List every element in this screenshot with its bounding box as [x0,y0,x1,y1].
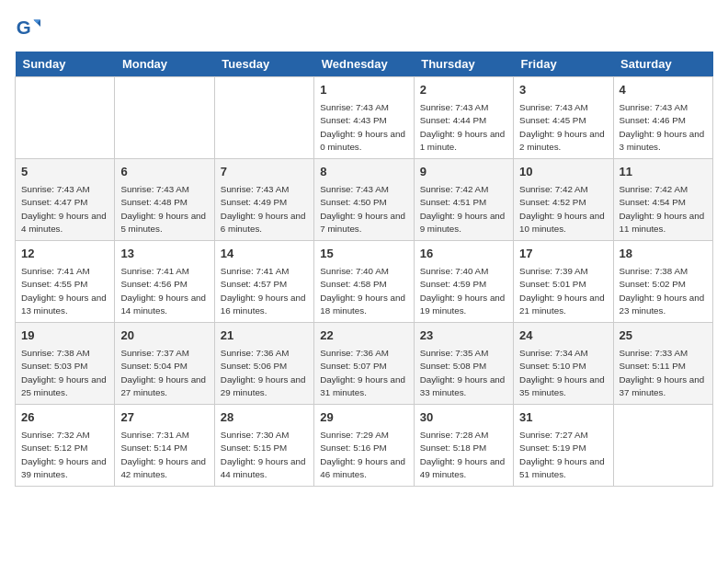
day-info: Sunrise: 7:38 AM Sunset: 5:03 PM Dayligh… [21,347,108,399]
calendar-cell: 7Sunrise: 7:43 AM Sunset: 4:49 PM Daylig… [214,159,313,241]
day-info: Sunrise: 7:34 AM Sunset: 5:10 PM Dayligh… [519,347,607,399]
day-number: 13 [120,246,208,262]
weekday-header-wednesday: Wednesday [314,52,414,77]
day-number: 18 [620,246,707,262]
day-number: 30 [420,409,507,426]
calendar-cell: 14Sunrise: 7:41 AM Sunset: 4:57 PM Dayli… [214,241,313,323]
calendar-cell: 23Sunrise: 7:35 AM Sunset: 5:08 PM Dayli… [414,323,513,405]
day-info: Sunrise: 7:43 AM Sunset: 4:44 PM Dayligh… [420,101,507,154]
day-number: 4 [620,82,707,98]
calendar-cell: 26Sunrise: 7:32 AM Sunset: 5:12 PM Dayli… [16,405,115,487]
calendar-cell: 25Sunrise: 7:33 AM Sunset: 5:11 PM Dayli… [613,323,712,405]
day-number: 9 [420,164,507,180]
day-number: 15 [320,246,407,262]
logo: G [15,15,42,40]
day-info: Sunrise: 7:40 AM Sunset: 4:58 PM Dayligh… [320,265,407,317]
day-number: 11 [620,164,707,180]
calendar-cell: 3Sunrise: 7:43 AM Sunset: 4:45 PM Daylig… [514,77,613,159]
week-row-4: 19Sunrise: 7:38 AM Sunset: 5:03 PM Dayli… [16,323,713,405]
calendar-cell: 13Sunrise: 7:41 AM Sunset: 4:56 PM Dayli… [115,241,214,323]
page-header: G [15,15,713,40]
day-number: 6 [120,164,208,180]
day-info: Sunrise: 7:43 AM Sunset: 4:48 PM Dayligh… [120,183,208,236]
day-info: Sunrise: 7:43 AM Sunset: 4:50 PM Dayligh… [320,183,407,236]
day-info: Sunrise: 7:42 AM Sunset: 4:54 PM Dayligh… [620,183,707,236]
calendar-cell: 16Sunrise: 7:40 AM Sunset: 4:59 PM Dayli… [414,241,513,323]
weekday-header-tuesday: Tuesday [214,52,313,77]
calendar-cell: 29Sunrise: 7:29 AM Sunset: 5:16 PM Dayli… [314,405,414,487]
svg-text:G: G [17,17,31,38]
week-row-3: 12Sunrise: 7:41 AM Sunset: 4:55 PM Dayli… [16,241,713,323]
day-number: 19 [21,327,108,344]
calendar-cell: 6Sunrise: 7:43 AM Sunset: 4:48 PM Daylig… [115,159,214,241]
calendar-cell: 18Sunrise: 7:38 AM Sunset: 5:02 PM Dayli… [613,241,712,323]
day-info: Sunrise: 7:35 AM Sunset: 5:08 PM Dayligh… [420,347,507,399]
day-number: 27 [120,409,208,426]
week-row-2: 5Sunrise: 7:43 AM Sunset: 4:47 PM Daylig… [16,159,713,241]
logo-icon: G [15,15,40,40]
weekday-header-monday: Monday [115,52,214,77]
calendar-cell: 17Sunrise: 7:39 AM Sunset: 5:01 PM Dayli… [514,241,613,323]
day-info: Sunrise: 7:42 AM Sunset: 4:52 PM Dayligh… [519,183,607,236]
day-number: 7 [221,164,308,180]
calendar-cell: 8Sunrise: 7:43 AM Sunset: 4:50 PM Daylig… [314,159,414,241]
calendar-cell: 12Sunrise: 7:41 AM Sunset: 4:55 PM Dayli… [16,241,115,323]
day-number: 31 [519,409,607,426]
day-info: Sunrise: 7:30 AM Sunset: 5:15 PM Dayligh… [221,429,308,481]
weekday-header-saturday: Saturday [613,52,712,77]
calendar-cell [214,77,313,159]
calendar-cell: 19Sunrise: 7:38 AM Sunset: 5:03 PM Dayli… [16,323,115,405]
day-info: Sunrise: 7:41 AM Sunset: 4:55 PM Dayligh… [21,265,108,317]
day-info: Sunrise: 7:43 AM Sunset: 4:43 PM Dayligh… [320,101,407,154]
calendar-cell: 15Sunrise: 7:40 AM Sunset: 4:58 PM Dayli… [314,241,414,323]
calendar-cell [16,77,115,159]
calendar-cell: 11Sunrise: 7:42 AM Sunset: 4:54 PM Dayli… [613,159,712,241]
day-number: 8 [320,164,407,180]
weekday-header-friday: Friday [514,52,613,77]
day-info: Sunrise: 7:42 AM Sunset: 4:51 PM Dayligh… [420,183,507,236]
calendar-cell: 21Sunrise: 7:36 AM Sunset: 5:06 PM Dayli… [214,323,313,405]
weekday-header-row: SundayMondayTuesdayWednesdayThursdayFrid… [16,52,713,77]
day-info: Sunrise: 7:43 AM Sunset: 4:47 PM Dayligh… [21,183,108,236]
calendar-cell: 24Sunrise: 7:34 AM Sunset: 5:10 PM Dayli… [514,323,613,405]
day-info: Sunrise: 7:43 AM Sunset: 4:45 PM Dayligh… [519,101,607,154]
day-number: 10 [519,164,607,180]
day-info: Sunrise: 7:29 AM Sunset: 5:16 PM Dayligh… [320,429,407,481]
calendar-cell: 9Sunrise: 7:42 AM Sunset: 4:51 PM Daylig… [414,159,513,241]
calendar-cell: 5Sunrise: 7:43 AM Sunset: 4:47 PM Daylig… [16,159,115,241]
day-number: 2 [420,82,507,98]
day-number: 28 [221,409,308,426]
calendar-cell: 27Sunrise: 7:31 AM Sunset: 5:14 PM Dayli… [115,405,214,487]
day-info: Sunrise: 7:36 AM Sunset: 5:07 PM Dayligh… [320,347,407,399]
day-number: 3 [519,82,607,98]
day-info: Sunrise: 7:38 AM Sunset: 5:02 PM Dayligh… [620,265,707,317]
calendar-cell: 22Sunrise: 7:36 AM Sunset: 5:07 PM Dayli… [314,323,414,405]
day-info: Sunrise: 7:33 AM Sunset: 5:11 PM Dayligh… [620,347,707,399]
day-number: 14 [221,246,308,262]
day-info: Sunrise: 7:37 AM Sunset: 5:04 PM Dayligh… [120,347,208,399]
day-number: 25 [620,327,707,344]
day-info: Sunrise: 7:27 AM Sunset: 5:19 PM Dayligh… [519,429,607,481]
day-info: Sunrise: 7:31 AM Sunset: 5:14 PM Dayligh… [120,429,208,481]
day-number: 20 [120,327,208,344]
calendar-cell: 1Sunrise: 7:43 AM Sunset: 4:43 PM Daylig… [314,77,414,159]
day-number: 12 [21,246,108,262]
day-number: 17 [519,246,607,262]
day-number: 16 [420,246,507,262]
day-number: 23 [420,327,507,344]
day-info: Sunrise: 7:41 AM Sunset: 4:56 PM Dayligh… [120,265,208,317]
day-info: Sunrise: 7:40 AM Sunset: 4:59 PM Dayligh… [420,265,507,317]
day-number: 21 [221,327,308,344]
day-number: 24 [519,327,607,344]
calendar-cell: 10Sunrise: 7:42 AM Sunset: 4:52 PM Dayli… [514,159,613,241]
calendar-cell: 30Sunrise: 7:28 AM Sunset: 5:18 PM Dayli… [414,405,513,487]
day-number: 29 [320,409,407,426]
day-info: Sunrise: 7:41 AM Sunset: 4:57 PM Dayligh… [221,265,308,317]
week-row-5: 26Sunrise: 7:32 AM Sunset: 5:12 PM Dayli… [16,405,713,487]
day-info: Sunrise: 7:28 AM Sunset: 5:18 PM Dayligh… [420,429,507,481]
day-info: Sunrise: 7:43 AM Sunset: 4:46 PM Dayligh… [620,101,707,154]
day-info: Sunrise: 7:36 AM Sunset: 5:06 PM Dayligh… [221,347,308,399]
day-info: Sunrise: 7:39 AM Sunset: 5:01 PM Dayligh… [519,265,607,317]
weekday-header-thursday: Thursday [414,52,513,77]
day-number: 1 [320,82,407,98]
